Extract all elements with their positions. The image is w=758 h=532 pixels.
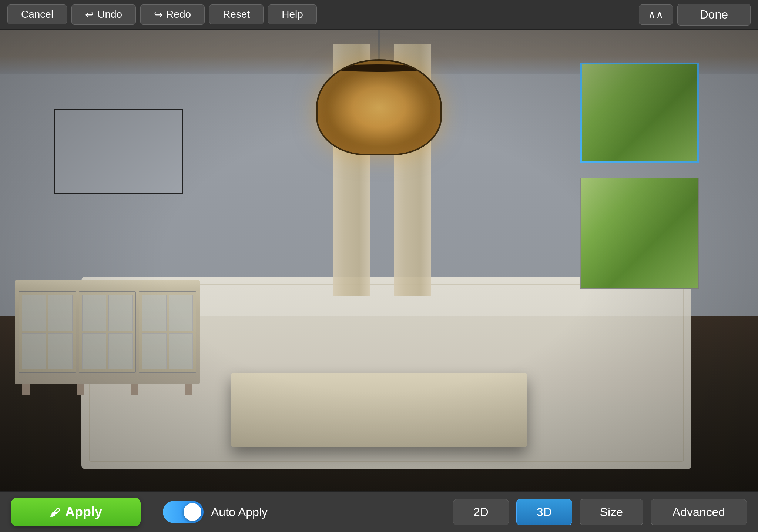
auto-apply-toggle[interactable]: [163, 501, 204, 523]
door-pane: [82, 295, 106, 331]
chandelier: [316, 30, 442, 155]
door-pane: [108, 295, 133, 331]
wall-frame-left[interactable]: [54, 109, 183, 194]
auto-apply-group: Auto Apply: [163, 501, 268, 523]
door-pane: [169, 333, 193, 369]
sideboard-leg: [77, 384, 84, 395]
sideboard-leg: [22, 384, 30, 395]
size-button[interactable]: Size: [580, 499, 643, 525]
door-pane: [82, 333, 106, 369]
door-pane: [22, 295, 46, 331]
sideboard: [15, 280, 200, 384]
window-right-top[interactable]: [580, 63, 699, 163]
top-toolbar: Cancel Undo Redo Reset Help ∧ Done: [0, 0, 758, 30]
door-pane: [22, 333, 46, 369]
auto-apply-label: Auto Apply: [211, 505, 268, 519]
door-pane: [48, 333, 72, 369]
paint-icon: [50, 505, 60, 519]
door-pane: [142, 295, 166, 331]
apply-button[interactable]: Apply: [11, 498, 141, 526]
advanced-button[interactable]: Advanced: [651, 499, 747, 525]
door-pane: [142, 333, 166, 369]
chandelier-chain: [378, 30, 380, 59]
reset-button[interactable]: Reset: [209, 4, 264, 24]
sideboard-doors: [19, 291, 196, 373]
bottom-toolbar: Apply Auto Apply 2D 3D Size Advanced: [0, 491, 758, 532]
door-pane: [108, 333, 133, 369]
sideboard-top: [15, 280, 200, 291]
window-right-bottom[interactable]: [580, 178, 699, 289]
undo-button[interactable]: Undo: [71, 4, 136, 25]
collapse-button[interactable]: ∧: [639, 4, 673, 25]
scene-container[interactable]: [0, 30, 758, 491]
dining-table: [231, 373, 527, 447]
chevron-up-icon: ∧: [648, 9, 664, 20]
mode-3d-button[interactable]: 3D: [516, 499, 572, 525]
toggle-knob: [184, 503, 201, 521]
sideboard-legs: [22, 384, 192, 395]
done-button[interactable]: Done: [677, 4, 751, 26]
sideboard-leg: [185, 384, 192, 395]
undo-icon: [85, 9, 94, 21]
sideboard-door-center: [79, 291, 136, 373]
redo-button[interactable]: Redo: [140, 4, 205, 25]
redo-icon: [154, 9, 162, 21]
sideboard-door-right: [139, 291, 196, 373]
mode-2d-button[interactable]: 2D: [453, 499, 509, 525]
help-button[interactable]: Help: [268, 4, 317, 24]
door-pane: [169, 295, 193, 331]
cancel-button[interactable]: Cancel: [7, 4, 67, 24]
door-pane: [48, 295, 72, 331]
chandelier-body: [316, 59, 442, 155]
sideboard-door-left: [19, 291, 76, 373]
sideboard-leg: [131, 384, 138, 395]
